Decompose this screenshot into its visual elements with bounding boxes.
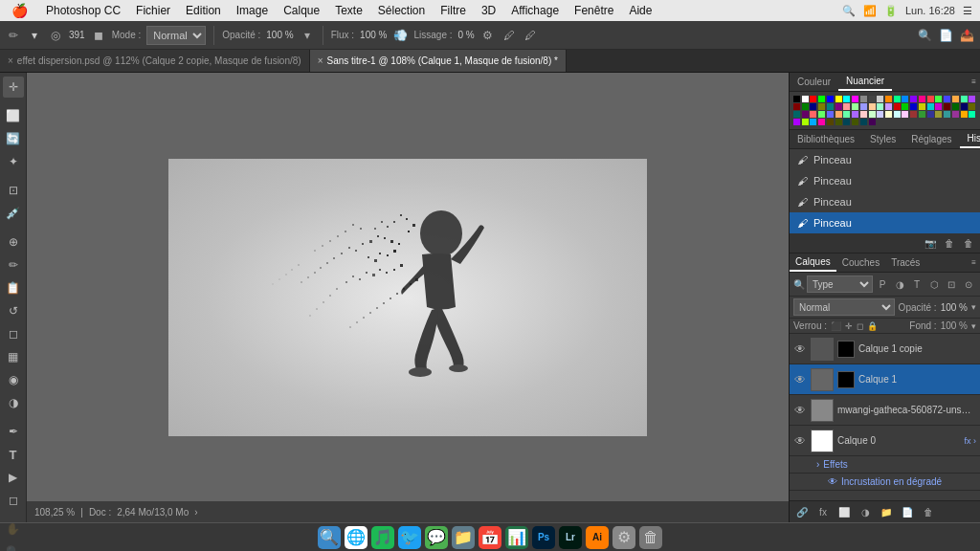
color-swatch[interactable] bbox=[860, 119, 867, 125]
move-tool[interactable]: ✛ bbox=[3, 77, 24, 98]
color-swatch[interactable] bbox=[869, 111, 876, 118]
menu-calque[interactable]: Calque bbox=[276, 0, 327, 21]
mode-select[interactable]: Normal bbox=[146, 26, 206, 45]
menu-affichage[interactable]: Affichage bbox=[503, 0, 567, 21]
color-swatch[interactable] bbox=[969, 96, 975, 102]
color-swatch[interactable] bbox=[944, 96, 950, 102]
share-icon[interactable]: 📤 bbox=[959, 28, 974, 43]
document-icon[interactable]: 📄 bbox=[938, 28, 953, 43]
lock-all-icon[interactable]: 🔒 bbox=[867, 321, 878, 331]
filter-shape-icon[interactable]: ⬡ bbox=[926, 276, 942, 292]
color-swatch[interactable] bbox=[810, 96, 816, 102]
color-swatch[interactable] bbox=[843, 103, 850, 110]
history-item[interactable]: 🖌Pinceau bbox=[790, 212, 980, 233]
color-swatch[interactable] bbox=[835, 111, 842, 118]
history-item[interactable]: 🖌Pinceau bbox=[790, 149, 980, 170]
color-swatch[interactable] bbox=[952, 96, 959, 102]
color-swatch[interactable] bbox=[885, 96, 892, 102]
history-item[interactable]: 🖌Pinceau bbox=[790, 170, 980, 191]
color-swatch[interactable] bbox=[810, 103, 816, 110]
color-swatch[interactable] bbox=[935, 111, 942, 118]
menu-selection[interactable]: Sélection bbox=[370, 0, 433, 21]
color-swatch[interactable] bbox=[952, 111, 959, 118]
add-adjustment-btn[interactable]: ◑ bbox=[857, 503, 874, 520]
color-swatch[interactable] bbox=[835, 96, 842, 102]
dock-lr[interactable]: Lr bbox=[559, 526, 582, 549]
dock-trash[interactable]: 🗑 bbox=[639, 526, 662, 549]
dock-chrome[interactable]: 🌐 bbox=[345, 526, 368, 549]
layer-row[interactable]: 👁 mwangi-gatheca-560872-unsplash bbox=[790, 395, 980, 426]
color-swatch[interactable] bbox=[869, 96, 876, 102]
tab-nuancier[interactable]: Nuancier bbox=[838, 73, 892, 91]
color-swatch[interactable] bbox=[827, 96, 834, 102]
filter-type-icon[interactable]: T bbox=[909, 276, 924, 292]
menu-notification[interactable]: ☰ bbox=[963, 5, 972, 17]
effects-arrow[interactable]: › bbox=[816, 459, 819, 470]
color-swatch[interactable] bbox=[894, 96, 901, 102]
filter-sm-icon[interactable]: ⊡ bbox=[944, 276, 959, 292]
delete-layer-btn[interactable]: 🗑 bbox=[920, 503, 937, 520]
layer-row[interactable]: 👁 Calque 0 fx › bbox=[790, 426, 980, 456]
color-swatch[interactable] bbox=[935, 96, 942, 102]
color-swatch[interactable] bbox=[910, 111, 917, 118]
add-group-btn[interactable]: 📁 bbox=[878, 503, 895, 520]
color-swatch[interactable] bbox=[961, 111, 968, 118]
menu-texte[interactable]: Texte bbox=[327, 0, 370, 21]
color-swatch[interactable] bbox=[802, 96, 809, 102]
color-swatch[interactable] bbox=[910, 96, 917, 102]
tab-1-close[interactable]: × bbox=[318, 55, 323, 66]
history-snapshot-icon[interactable]: 📷 bbox=[923, 235, 938, 251]
lock-pixels-icon[interactable]: ⬛ bbox=[831, 321, 841, 331]
history-new-icon[interactable]: 🗑 bbox=[942, 235, 957, 251]
color-swatch[interactable] bbox=[802, 103, 809, 110]
dock-messages[interactable]: 💬 bbox=[425, 526, 448, 549]
healing-brush-tool[interactable]: ⊕ bbox=[3, 231, 24, 253]
layer-row[interactable]: 👁 Calque 1 copie bbox=[790, 334, 980, 364]
lock-position-icon[interactable]: ✛ bbox=[845, 321, 853, 331]
color-swatch[interactable] bbox=[810, 111, 816, 118]
color-swatch[interactable] bbox=[961, 96, 968, 102]
color-swatch[interactable] bbox=[952, 103, 959, 110]
color-swatch[interactable] bbox=[860, 96, 867, 102]
settings-icon[interactable]: ⚙ bbox=[480, 28, 496, 43]
color-swatch[interactable] bbox=[927, 111, 934, 118]
color-swatch[interactable] bbox=[852, 103, 858, 110]
color-swatch[interactable] bbox=[927, 103, 934, 110]
color-swatch[interactable] bbox=[869, 119, 876, 125]
gradient-tool[interactable]: ▦ bbox=[3, 346, 24, 367]
tab-1[interactable]: × Sans titre-1 @ 108% (Calque 1, Masque … bbox=[310, 50, 567, 72]
opacity-icon[interactable]: ▾ bbox=[300, 28, 315, 43]
brush-preset-icon[interactable]: ▾ bbox=[27, 28, 42, 43]
tab-couches[interactable]: Couches bbox=[836, 253, 885, 272]
filter-toggle[interactable]: ⊙ bbox=[961, 276, 976, 292]
menu-filtre[interactable]: Filtre bbox=[433, 0, 474, 21]
blend-mode-select[interactable]: Normal bbox=[793, 298, 895, 316]
layer-visibility-toggle[interactable]: 👁 bbox=[793, 342, 807, 356]
tab-couleur[interactable]: Couleur bbox=[790, 73, 838, 91]
dock-excel[interactable]: 📊 bbox=[505, 526, 528, 549]
color-swatch[interactable] bbox=[919, 111, 925, 118]
color-swatch[interactable] bbox=[852, 119, 858, 125]
color-swatch[interactable] bbox=[818, 111, 825, 118]
color-swatch[interactable] bbox=[802, 111, 809, 118]
tab-0-close[interactable]: × bbox=[8, 55, 13, 66]
menu-photoshop[interactable]: Photoshop CC bbox=[38, 0, 128, 21]
color-swatch[interactable] bbox=[810, 119, 816, 125]
dock-ai[interactable]: Ai bbox=[586, 526, 609, 549]
eraser-tool[interactable]: ◻ bbox=[3, 323, 24, 344]
color-swatch[interactable] bbox=[944, 103, 950, 110]
color-swatch[interactable] bbox=[793, 111, 800, 118]
fond-arrow[interactable]: ▾ bbox=[971, 321, 976, 331]
dock-spotify[interactable]: 🎵 bbox=[371, 526, 394, 549]
color-swatch[interactable] bbox=[910, 103, 917, 110]
color-swatch[interactable] bbox=[961, 103, 968, 110]
color-swatch[interactable] bbox=[894, 111, 901, 118]
tab-0[interactable]: × effet dispersion.psd @ 112% (Calque 2 … bbox=[0, 50, 310, 72]
color-swatch[interactable] bbox=[902, 96, 908, 102]
color-swatch[interactable] bbox=[927, 96, 934, 102]
filter-adj-icon[interactable]: ◑ bbox=[892, 276, 907, 292]
tab-bibliotheques[interactable]: Bibliothèques bbox=[790, 130, 862, 148]
pen-pressure-icon[interactable]: 🖊 bbox=[501, 28, 517, 43]
color-swatch[interactable] bbox=[860, 111, 867, 118]
add-mask-btn[interactable]: ⬜ bbox=[835, 503, 853, 520]
